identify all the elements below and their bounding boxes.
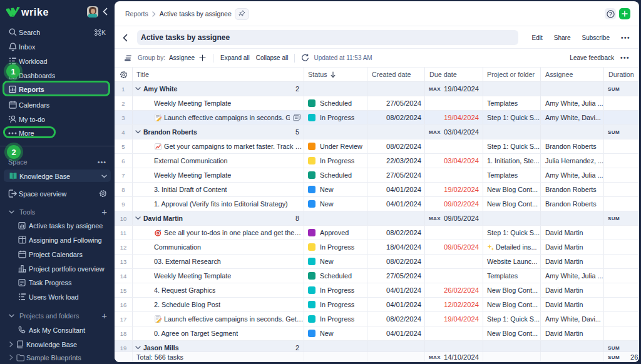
- svg-text:wrike: wrike: [21, 7, 49, 18]
